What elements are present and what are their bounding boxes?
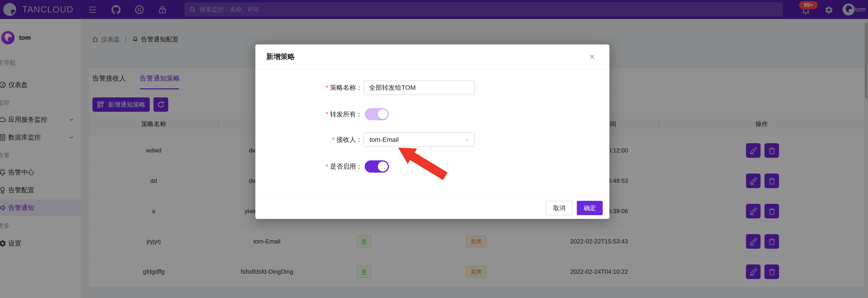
modal-title: 新增策略 [266,45,295,69]
required-mark: * [326,84,328,91]
app-root: TANCLOUD G 99+ tom [0,0,868,298]
modal-footer-divider [255,195,610,196]
required-mark: * [326,111,328,118]
toggle-knob [378,109,388,119]
cancel-button[interactable]: 取消 [546,201,573,215]
toggle-knob [378,162,388,171]
add-policy-modal: 新增策略 * 策略名称： * 转发所有： * 接收人： tom-Email * [255,45,610,219]
policy-name-label: * 策略名称： [278,81,362,95]
enabled-label: * 是否启用： [278,160,362,172]
forward-all-toggle[interactable] [365,108,389,120]
required-mark: * [332,136,335,143]
recipient-select[interactable]: tom-Email [364,133,475,147]
recipient-label: * 接收人： [278,133,362,147]
confirm-button[interactable]: 确定 [577,201,603,215]
enabled-toggle[interactable] [365,160,389,172]
close-icon[interactable] [588,53,596,61]
policy-name-input[interactable] [364,81,475,95]
modal-header-divider [255,69,610,70]
annotation-arrow-icon [397,146,451,183]
forward-all-label: * 转发所有： [278,108,362,120]
chevron-down-icon [464,137,470,143]
required-mark: * [326,163,328,170]
recipient-select-value: tom-Email [370,136,399,143]
